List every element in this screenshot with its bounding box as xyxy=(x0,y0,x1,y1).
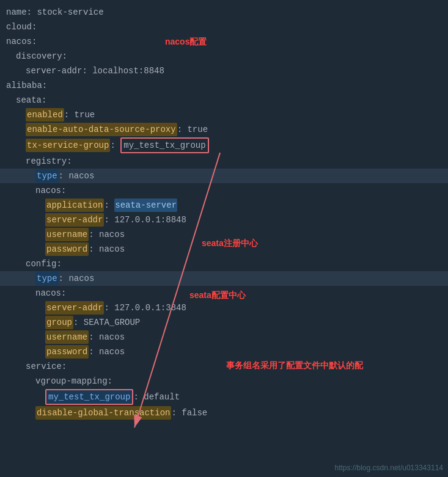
val-tx-group: my_test_tx_group xyxy=(120,137,208,153)
line-vgroup-mapping: vgroup-mapping: xyxy=(0,374,448,388)
line-password-cfg: password: nacos xyxy=(0,344,448,359)
line-server-addr-reg: server-addr: 127.0.0.1:8848 xyxy=(0,213,448,227)
key-my-test-tx-group: my_test_tx_group xyxy=(45,389,133,405)
text-config: config: xyxy=(26,257,62,271)
annotation-seata-registry: seata注册中心 xyxy=(202,238,258,249)
line-nacos: nacos: xyxy=(0,34,448,49)
annotation-tx-group: 事务组名采用了配置文件中默认的配 xyxy=(226,360,363,371)
text-name: name: stock-service xyxy=(6,5,104,19)
line-enable-auto: enable-auto-data-source-proxy: true xyxy=(0,122,448,137)
line-username-cfg: username: nacos xyxy=(0,330,448,344)
line-tx-service-group: tx-service-group: my_test_tx_group xyxy=(0,137,448,154)
text-alibaba: alibaba: xyxy=(6,79,47,92)
key-disable-global: disable-global-transaction xyxy=(35,406,171,420)
line-server-addr-cfg: server-addr: 127.0.0.1:3848 xyxy=(0,300,448,315)
key-username-reg: username xyxy=(45,228,89,241)
line-group: group: SEATA_GROUP xyxy=(0,315,448,330)
val-seata-server: seata-server xyxy=(114,198,177,212)
text-seata: seata: xyxy=(16,93,46,107)
line-registry-nacos: nacos: xyxy=(0,183,448,198)
watermark: https://blog.csdn.net/u013343114 xyxy=(335,464,443,472)
key-server-addr-reg: server-addr xyxy=(45,213,104,227)
text-nacos: nacos: xyxy=(6,35,37,48)
line-1: name: stock-service xyxy=(0,5,448,20)
key-registry-type: type xyxy=(35,169,59,183)
line-my-test-tx-group: my_test_tx_group: default xyxy=(0,388,448,406)
key-password-cfg: password xyxy=(45,345,89,359)
key-password-reg: password xyxy=(45,242,89,256)
line-config-type: type: nacos xyxy=(0,271,448,286)
annotation-seata-config: seata配置中心 xyxy=(189,290,246,301)
text-service: service: xyxy=(26,360,67,373)
line-application: application: seata-server xyxy=(0,198,448,213)
line-registry-type: type: nacos xyxy=(0,169,448,183)
code-container: name: stock-service cloud: nacos: discov… xyxy=(0,0,448,425)
text-server-addr-d: server-addr: localhost:8848 xyxy=(26,64,164,78)
text-config-nacos: nacos: xyxy=(35,286,66,300)
line-discovery: discovery: xyxy=(0,49,448,64)
text-cloud: cloud: xyxy=(6,20,37,34)
text-registry: registry: xyxy=(26,155,72,168)
key-group: group xyxy=(45,316,73,329)
text-registry-nacos: nacos: xyxy=(35,184,66,197)
key-enable-auto: enable-auto-data-source-proxy xyxy=(26,123,177,136)
line-cloud: cloud: xyxy=(0,20,448,34)
line-disable-global: disable-global-transaction: false xyxy=(0,406,448,420)
line-server-addr-discovery: server-addr: localhost:8848 xyxy=(0,64,448,78)
key-server-addr-cfg: server-addr xyxy=(45,301,104,315)
annotation-nacos-config: nacos配置 xyxy=(165,37,207,48)
line-registry: registry: xyxy=(0,154,448,169)
key-enabled: enabled xyxy=(26,108,64,122)
key-tx-service-group: tx-service-group xyxy=(26,139,110,152)
key-config-type: type xyxy=(35,272,59,285)
line-config: config: xyxy=(0,257,448,271)
text-discovery: discovery: xyxy=(16,49,67,63)
line-seata: seata: xyxy=(0,93,448,107)
key-application: application xyxy=(45,198,104,212)
text-vgroup-mapping: vgroup-mapping: xyxy=(35,374,112,388)
key-username-cfg: username xyxy=(45,330,89,344)
line-alibaba: alibaba: xyxy=(0,78,448,93)
line-service: service: xyxy=(0,359,448,374)
line-enabled: enabled: true xyxy=(0,107,448,122)
